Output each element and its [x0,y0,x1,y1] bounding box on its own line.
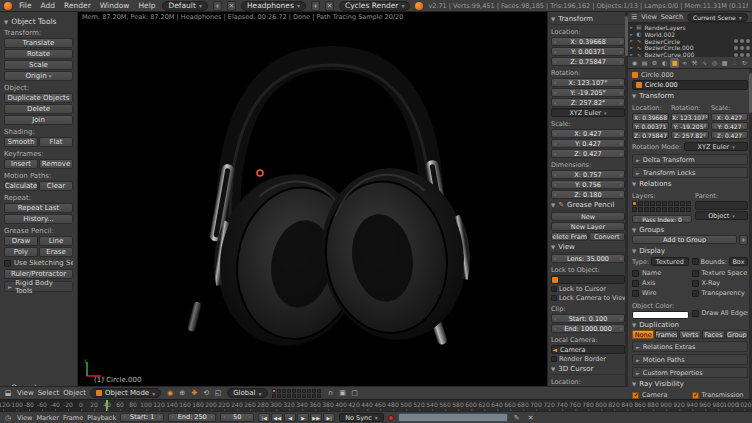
duplication-option[interactable]: None [632,330,654,339]
layer-cell[interactable] [277,394,281,398]
properties-tab[interactable]: ∴ [730,58,739,68]
transform-panel-header[interactable]: ▼Transform [551,15,625,25]
number-field[interactable]: Z: 0.427 [711,131,748,139]
number-field[interactable]: Y: -19.205° [671,122,709,130]
properties-tab[interactable]: ◎ [710,58,719,68]
menu-item[interactable]: Help [136,1,157,10]
tool-button[interactable]: Remove [39,159,73,169]
ruler-protractor-button[interactable]: Ruler/Protractor [4,269,73,279]
tool-button[interactable]: Calculate [4,181,38,191]
menu-item[interactable]: Window [98,1,132,10]
layer-cell[interactable] [662,207,667,212]
visibility-icons[interactable] [734,39,750,43]
duplication-panel-header[interactable]: ▼Duplication [632,321,748,329]
number-field[interactable]: X: 0.757 [551,170,625,179]
checkbox-row[interactable]: Axis [632,279,689,287]
menu-item[interactable]: View [17,389,34,397]
groups-panel-header[interactable]: ▼Groups [632,226,748,234]
header-icon[interactable]: ◱ [213,389,223,397]
properties-tab[interactable]: ◐ [660,58,669,68]
checkbox-row[interactable]: Transmission [692,391,749,399]
number-field[interactable]: X: 0.427 [711,113,748,121]
header-icon[interactable]: ∩ [326,389,336,397]
checkbox-row[interactable]: Lock to Cursor [551,285,625,293]
menu-item[interactable]: View [17,414,32,422]
layer-cell[interactable] [656,201,661,206]
visibility-icons[interactable] [734,53,750,57]
scene-dropdown[interactable]: Headphones▾ [241,1,306,11]
number-field[interactable]: Y: 0.427 [711,122,748,130]
collapsed-panel[interactable]: ►Custom Properties [632,367,748,378]
viewport-3d[interactable]: Mem: 87.20M, Peak: 87.20M | Headphones |… [78,12,547,386]
draw-type-dropdown[interactable]: Textured [651,257,688,266]
tool-button[interactable]: Convert [589,232,626,241]
menu-item[interactable]: Select [38,389,60,397]
layer-cell[interactable] [644,201,649,206]
header-icon[interactable]: ✥ [189,389,199,397]
object-name-field[interactable]: Circle.000 [632,80,748,90]
menu-item[interactable]: File [17,1,34,10]
header-icon[interactable]: ◉ [165,389,175,397]
layer-cell[interactable] [668,201,673,206]
lock-object-field[interactable] [551,275,625,284]
layer-cell[interactable] [650,207,655,212]
bounds-checkbox[interactable] [692,258,699,265]
number-field[interactable]: Z: 0.427 [551,149,625,158]
number-field[interactable]: Z: 257.82° [551,98,625,107]
duplication-option[interactable]: Verts [679,330,701,339]
checkbox-row[interactable]: Camera [632,391,689,399]
number-field[interactable]: Z: 0.75847 [632,131,669,139]
number-field[interactable]: Y: 0.756 [551,180,625,189]
tool-button[interactable]: Scale [4,60,73,70]
checkbox-row[interactable]: Lock Camera to View [551,294,625,302]
layer-cell[interactable] [644,207,649,212]
orientation-dropdown[interactable]: Global▾ [227,388,267,398]
add-layout-button[interactable]: + [213,1,222,11]
draw-all-edges-checkbox[interactable]: Draw All Edges [692,309,749,317]
clip-end-field[interactable]: End: 1000.000 [551,324,625,333]
editor-type-icon[interactable]: ⬓ [3,389,13,397]
tool-button[interactable]: Join [4,115,73,125]
expand-icon[interactable]: ► [630,25,633,30]
origin-button[interactable]: Origin ▾ [4,71,73,81]
tool-button[interactable]: Delete [4,104,73,114]
properties-tab[interactable]: ⚒ [690,58,699,68]
layer-cell[interactable] [312,389,316,393]
properties-tab[interactable]: ◉ [630,58,639,68]
tool-button[interactable]: Smooth [4,137,38,147]
header-icon[interactable]: ▣ [338,389,348,397]
layer-cell[interactable] [292,394,296,398]
new-group-button[interactable]: + [739,235,748,245]
record-button[interactable] [388,415,394,421]
checkbox-row[interactable]: Wire [632,289,689,297]
transport-button[interactable]: ▶| [323,413,335,422]
layer-cell[interactable] [302,389,306,393]
layer-cell[interactable] [674,201,679,206]
tool-button[interactable]: Delete Frame [551,232,588,241]
number-field[interactable]: X: 0.39668 [551,37,625,46]
menu-item[interactable]: Marker [36,414,58,422]
checkbox-row[interactable]: Transparency [692,289,749,297]
layer-cell[interactable] [297,394,301,398]
layer-cell[interactable] [307,394,311,398]
layer-cell[interactable] [680,207,685,212]
delete-layout-button[interactable]: ✕ [227,1,236,11]
tool-button[interactable]: Repeat Last [4,203,73,213]
object-color-swatch[interactable] [632,311,689,319]
properties-tab[interactable]: ▩ [720,58,729,68]
properties-tab[interactable]: ∞ [680,58,689,68]
header-icon[interactable]: ⟲ [201,389,211,397]
layer-cell[interactable] [632,201,637,206]
menu-item[interactable]: Object [63,389,86,397]
number-field[interactable]: Z: 0.75847 [551,57,625,66]
menu-item[interactable]: Render [62,1,93,10]
number-field[interactable]: Y: 0.00371 [551,47,625,56]
rotation-mode-dropdown[interactable]: XYZ Euler▾ [684,142,748,151]
camera-field[interactable]: ◄Camera [551,345,625,354]
tool-button[interactable]: Insert [4,159,38,169]
lens-slider[interactable]: Lens: 35.000 [551,254,625,263]
properties-tab[interactable]: ■ [670,58,679,68]
frame-end-field[interactable]: End: 250 [168,413,216,422]
transport-button[interactable]: |◀ [258,413,270,422]
layer-cell[interactable] [307,389,311,393]
